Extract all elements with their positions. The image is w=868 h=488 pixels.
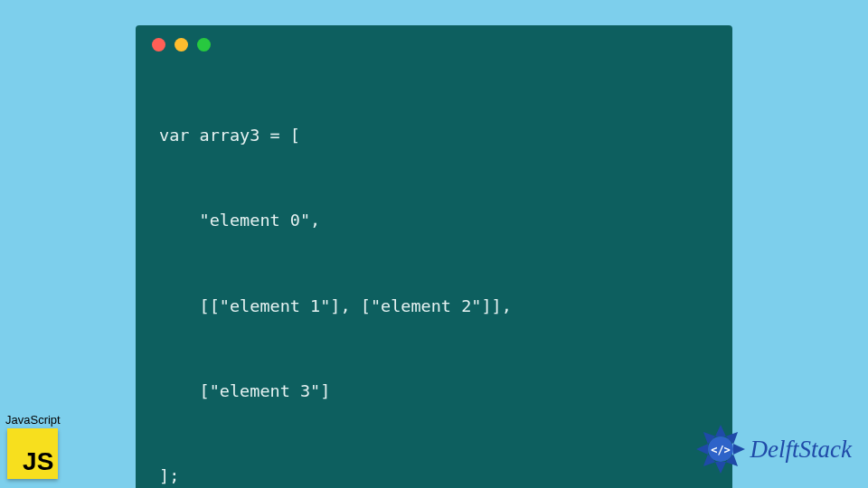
close-icon	[152, 38, 165, 52]
svg-marker-1	[715, 462, 726, 474]
delftstack-badge: </> DelftStack	[694, 423, 852, 475]
code-line: ];	[159, 462, 709, 488]
code-line: var array3 = [	[159, 121, 709, 149]
javascript-logo-icon	[7, 428, 58, 479]
minimize-icon	[175, 38, 188, 52]
window-titlebar	[136, 25, 732, 59]
svg-marker-0	[715, 425, 726, 436]
javascript-label: JavaScript	[5, 413, 61, 427]
svg-marker-3	[733, 444, 745, 455]
code-line: "element 0",	[159, 206, 709, 234]
svg-text:</>: </>	[711, 444, 731, 456]
javascript-badge: JavaScript	[5, 413, 61, 479]
code-window: var array3 = [ "element 0", [["element 1…	[136, 25, 732, 488]
delftstack-logo-icon: </>	[694, 423, 747, 475]
code-body: var array3 = [ "element 0", [["element 1…	[136, 59, 732, 488]
code-line: [["element 1"], ["element 2"]],	[159, 292, 709, 320]
svg-marker-2	[696, 444, 708, 455]
delftstack-label: DelftStack	[750, 436, 852, 464]
maximize-icon	[197, 38, 211, 52]
code-line: ["element 3"]	[159, 377, 709, 405]
